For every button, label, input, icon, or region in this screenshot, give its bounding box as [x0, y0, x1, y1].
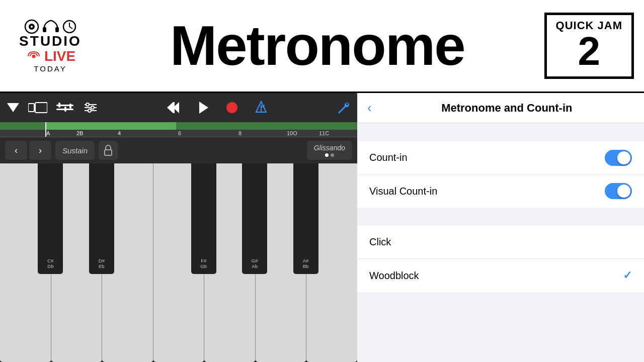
white-key-g[interactable]	[204, 163, 256, 362]
panel-title: Metronome and Count-in	[380, 102, 634, 115]
transport-controls	[166, 100, 269, 115]
garageband-area: A 2B 4 6 8 10O 11C ‹ › Sustain Glissando	[0, 93, 357, 362]
white-key-d[interactable]	[51, 163, 103, 362]
svg-rect-4	[55, 27, 59, 32]
svg-rect-9	[28, 104, 34, 112]
nav-buttons: ‹ ›	[5, 141, 51, 160]
section-gap-2	[357, 208, 644, 226]
logo-live-row: LIVE	[25, 48, 75, 64]
play-button[interactable]	[196, 101, 210, 115]
headphones-logo-icon	[42, 20, 59, 34]
logo-today-text: TODAY	[34, 64, 66, 73]
piano-keys	[0, 163, 357, 362]
svg-rect-15	[69, 104, 71, 109]
rewind-icon	[166, 101, 180, 114]
svg-point-29	[346, 103, 348, 105]
svg-line-7	[69, 27, 72, 29]
glissando-button[interactable]: Glissando	[307, 141, 352, 160]
gliss-dot-2	[331, 153, 334, 157]
ruler-marker-2b: 2B	[76, 130, 83, 136]
visual-count-in-toggle[interactable]	[605, 183, 632, 199]
nav-prev-button[interactable]: ‹	[5, 141, 27, 160]
ruler-marker-11c: 11C	[319, 130, 329, 136]
play-icon	[196, 101, 210, 115]
quick-jam-number: 2	[556, 31, 622, 71]
glissando-dots	[325, 153, 334, 157]
logo-live-text: LIVE	[44, 48, 75, 64]
metronome-panel: ‹ Metronome and Count-in Count-in Visual…	[357, 93, 644, 362]
svg-rect-30	[105, 150, 112, 155]
gb-controls: ‹ › Sustain Glissando	[0, 137, 357, 163]
count-in-label: Count-in	[369, 152, 605, 163]
metronome-button[interactable]	[254, 100, 269, 115]
svg-point-19	[86, 103, 89, 106]
settings-button[interactable]	[336, 101, 350, 115]
white-key-f[interactable]	[153, 163, 205, 362]
dropdown-button[interactable]	[7, 103, 19, 112]
svg-rect-13	[58, 103, 60, 108]
visual-count-in-row: Visual Count-in	[357, 174, 644, 208]
track-view-button[interactable]	[28, 102, 47, 114]
sustain-label: Sustain	[62, 146, 88, 155]
logo-icons	[24, 19, 76, 34]
mixer-button[interactable]	[56, 102, 73, 114]
svg-rect-14	[64, 107, 66, 112]
ruler-marker-10o: 10O	[287, 130, 297, 136]
main-title: Metronome	[91, 18, 544, 74]
woodblock-label: Woodblock	[369, 270, 623, 282]
eq-icon	[83, 101, 99, 115]
rewind-button[interactable]	[166, 101, 180, 114]
woodblock-row[interactable]: Woodblock ✓	[357, 259, 644, 292]
visual-count-in-label: Visual Count-in	[369, 186, 605, 197]
gb-ruler: A 2B 4 6 8 10O 11C	[0, 122, 357, 137]
quick-jam-box: QUICK JAM 2	[544, 13, 634, 79]
toggle-rows: Count-in Visual Count-in	[357, 141, 644, 208]
lock-icon	[104, 145, 113, 156]
ruler-marker-6: 6	[178, 130, 181, 136]
back-button[interactable]: ‹	[367, 100, 372, 116]
visual-count-in-toggle-thumb	[617, 185, 630, 198]
metronome-icon	[254, 100, 269, 115]
count-in-row: Count-in	[357, 141, 644, 174]
click-label: Click	[369, 236, 391, 248]
section-gap-1	[357, 123, 644, 141]
woodblock-checkmark: ✓	[623, 269, 632, 282]
track-view-icon	[28, 102, 47, 114]
svg-point-20	[91, 106, 94, 109]
svg-marker-25	[199, 102, 208, 114]
white-key-a[interactable]	[256, 163, 307, 362]
playhead	[45, 122, 46, 137]
top-banner: STUDIO LIVE TODAY Metronome QUICK JAM 2	[0, 0, 644, 93]
nav-next-button[interactable]: ›	[29, 141, 51, 160]
count-in-toggle[interactable]	[605, 150, 632, 166]
eq-button[interactable]	[83, 101, 99, 115]
svg-point-2	[31, 26, 33, 28]
sustain-button[interactable]: Sustain	[55, 141, 95, 160]
ruler-marker-4: 4	[118, 130, 121, 136]
record-logo-icon	[24, 19, 39, 34]
svg-point-21	[88, 109, 91, 112]
ruler-marker-8: 8	[238, 130, 242, 136]
count-in-toggle-thumb	[617, 151, 630, 164]
logo-area: STUDIO LIVE TODAY	[10, 19, 91, 73]
svg-marker-22	[167, 102, 173, 113]
mixer-icon	[56, 102, 73, 114]
ruler-segment	[45, 122, 176, 130]
gb-toolbar	[0, 93, 357, 122]
white-key-e[interactable]	[102, 163, 153, 362]
record-button[interactable]	[226, 102, 237, 113]
white-key-b[interactable]	[306, 163, 357, 362]
click-row: Click	[357, 226, 644, 259]
glissando-label: Glissando	[314, 144, 345, 152]
ruler-marker-a: A	[46, 130, 50, 136]
clock-logo-icon	[62, 20, 76, 34]
svg-rect-3	[43, 27, 46, 32]
svg-rect-10	[35, 103, 47, 113]
svg-point-8	[32, 54, 35, 58]
wrench-icon	[336, 101, 350, 115]
white-key-c[interactable]	[0, 163, 51, 362]
click-section: Click Woodblock ✓	[357, 226, 644, 292]
lock-button[interactable]	[99, 141, 118, 160]
gliss-dot-1	[325, 153, 329, 157]
record-icon	[226, 102, 237, 113]
